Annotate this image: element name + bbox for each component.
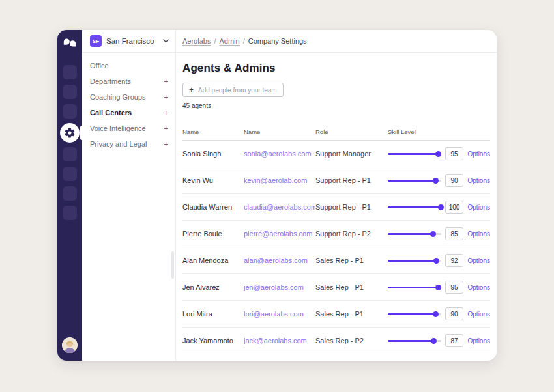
agent-name: Claudia Warren: [182, 203, 244, 211]
skill-level-slider[interactable]: [388, 231, 441, 238]
workspace-name: San Francisco: [106, 37, 158, 45]
breadcrumb-current: Company Settings: [248, 37, 307, 45]
options-link[interactable]: Options: [468, 257, 490, 264]
expand-plus-icon[interactable]: +: [164, 109, 168, 117]
slider-thumb[interactable]: [433, 311, 439, 317]
expand-plus-icon[interactable]: +: [164, 94, 168, 101]
skill-level-slider[interactable]: [388, 284, 441, 291]
options-link[interactable]: Options: [468, 204, 490, 211]
add-people-button[interactable]: + Add people from your team: [182, 83, 284, 97]
table-row: Kevin Wu kevin@aerolab.com Support Rep -…: [182, 167, 490, 194]
skill-level-slider[interactable]: [388, 204, 441, 211]
agent-name: Sonia Singh: [182, 150, 244, 158]
agent-role: Support Rep - P1: [315, 176, 388, 184]
expand-plus-icon[interactable]: +: [164, 141, 168, 148]
options-link[interactable]: Options: [468, 150, 490, 158]
agent-email-link[interactable]: jen@aerolabs.com: [244, 283, 315, 291]
slider-thumb[interactable]: [435, 151, 441, 157]
skill-value-field[interactable]: 87: [445, 334, 463, 347]
settings-nav-button[interactable]: [60, 123, 80, 143]
agent-email-link[interactable]: pierre@aerolabs.com: [244, 230, 315, 238]
sidebar-item[interactable]: Coaching Groups +: [82, 89, 175, 105]
agent-email-link[interactable]: kevin@aerolab.com: [244, 176, 315, 184]
skill-level-slider[interactable]: [388, 150, 441, 158]
sidebar-item[interactable]: Voice Intelligence +: [82, 120, 175, 136]
nav-icon-placeholder[interactable]: [63, 65, 77, 79]
nav-icon-placeholder[interactable]: [63, 104, 77, 119]
slider-thumb[interactable]: [433, 178, 439, 184]
agent-email-link[interactable]: lori@aerolabs.com: [244, 310, 315, 318]
next-row-skeleton: [182, 354, 490, 361]
sidebar-item-label: Departments: [90, 77, 131, 85]
app-window: SF San Francisco Aerolabs / Admin / Comp…: [57, 30, 497, 361]
agent-role: Support Rep - P1: [315, 203, 388, 211]
slider-thumb[interactable]: [438, 204, 444, 210]
skill-value-field[interactable]: 85: [445, 227, 463, 240]
skill-value-field[interactable]: 90: [445, 307, 463, 320]
agent-email-link[interactable]: sonia@aerolabs.com: [244, 150, 315, 158]
settings-sidebar: Office + Departments + Coaching Groups +: [82, 53, 176, 361]
agent-email-link[interactable]: claudia@aerolabs.com: [244, 203, 315, 211]
options-link[interactable]: Options: [468, 284, 490, 291]
workspace-badge: SF: [90, 35, 102, 47]
agent-role: Sales Rep - P1: [315, 257, 388, 264]
slider-thumb[interactable]: [430, 231, 436, 237]
rail-nav-bottom: [63, 147, 77, 220]
agent-role: Sales Rep - P1: [315, 283, 388, 291]
sidebar-item-label: Call Centers: [90, 109, 132, 117]
agent-name: Kevin Wu: [182, 176, 244, 184]
nav-icon-placeholder[interactable]: [63, 85, 77, 99]
agents-table: Sonia Singh sonia@aerolabs.com Support M…: [182, 141, 490, 361]
chevron-down-icon: [163, 39, 169, 43]
breadcrumb-link-aerolabs[interactable]: Aerolabs: [182, 37, 211, 45]
expand-plus-icon[interactable]: +: [164, 78, 168, 85]
app-logo-icon: [63, 38, 76, 49]
agent-email-link[interactable]: jack@aerolabs.com: [244, 337, 315, 344]
options-link[interactable]: Options: [468, 337, 490, 344]
sidebar-item[interactable]: Call Centers +: [82, 105, 175, 120]
table-row: Alan Mendoza alan@aerolabs.com Sales Rep…: [182, 247, 490, 274]
slider-thumb[interactable]: [431, 338, 437, 344]
user-avatar[interactable]: [62, 337, 78, 353]
skill-value-field[interactable]: 100: [445, 201, 463, 214]
skill-value-field[interactable]: 95: [445, 281, 463, 294]
agent-name: Jen Alvarez: [182, 283, 244, 291]
rail-nav-top: [63, 65, 77, 119]
expand-plus-icon[interactable]: +: [164, 125, 168, 132]
slider-fill: [388, 180, 436, 182]
agent-role: Support Manager: [315, 150, 388, 158]
agent-email-link[interactable]: alan@aerolabs.com: [244, 257, 315, 264]
nav-icon-placeholder[interactable]: [63, 206, 77, 220]
column-header-email: Name: [244, 128, 315, 135]
sidebar-item[interactable]: Departments +: [82, 74, 175, 89]
slider-fill: [388, 340, 434, 342]
skill-level-slider[interactable]: [388, 257, 441, 264]
table-row: Pierre Boule pierre@aerolabs.com Support…: [182, 221, 490, 247]
skill-value-field[interactable]: 92: [445, 254, 463, 267]
sidebar-item-label: Coaching Groups: [90, 93, 146, 101]
agents-count: 45 agents: [182, 102, 490, 109]
icon-rail: [57, 30, 82, 361]
workspace-selector[interactable]: SF San Francisco: [82, 30, 176, 52]
nav-icon-placeholder[interactable]: [63, 186, 77, 201]
slider-thumb[interactable]: [433, 258, 439, 264]
main-content: Agents & Admins + Add people from your t…: [176, 53, 497, 361]
breadcrumb-link-admin[interactable]: Admin: [219, 37, 239, 45]
nav-icon-placeholder[interactable]: [63, 147, 77, 161]
options-link[interactable]: Options: [468, 231, 490, 238]
sidebar-item[interactable]: Office +: [82, 58, 175, 74]
skill-level-slider[interactable]: [388, 337, 441, 344]
sidebar-item[interactable]: Privacy and Legal +: [82, 136, 175, 152]
slider-thumb[interactable]: [435, 285, 441, 290]
options-link[interactable]: Options: [468, 177, 490, 184]
skill-value-field[interactable]: 90: [445, 174, 463, 187]
options-link[interactable]: Options: [468, 311, 490, 318]
sidebar-scrollbar[interactable]: [171, 251, 174, 279]
agent-role: Sales Rep - P2: [315, 337, 388, 344]
sidebar-item-label: Privacy and Legal: [90, 140, 147, 148]
skill-level-slider[interactable]: [388, 311, 441, 318]
nav-icon-placeholder[interactable]: [63, 167, 77, 181]
skill-value-field[interactable]: 95: [445, 147, 463, 160]
skill-level-slider[interactable]: [388, 177, 441, 184]
table-header: Name Name Role Skill Level: [182, 128, 490, 141]
